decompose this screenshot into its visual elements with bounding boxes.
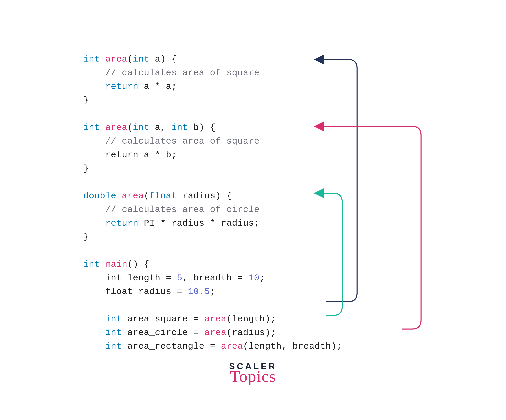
keyword-int-2: int xyxy=(83,123,105,133)
fn-name-area-2: area xyxy=(105,123,127,133)
fn2-close: } xyxy=(83,163,89,174)
fn3-return: return PI * radius * radius; xyxy=(83,218,260,228)
brand-logo: SCALER Topics xyxy=(208,361,298,386)
fn3-close: } xyxy=(83,232,89,242)
fn2-sig-rest: (int a, int b) { xyxy=(127,123,215,133)
main-call3: int area_rectangle = area(length, breadt… xyxy=(83,341,342,351)
fn1-comment: // calculates area of square xyxy=(83,68,260,78)
fn1-return: return a * a; xyxy=(83,81,177,91)
fn3-comment: // calculates area of circle xyxy=(83,205,260,215)
main-call2: int area_circle = area(radius); xyxy=(83,328,276,338)
main-call1: int area_square = area(length); xyxy=(83,314,276,324)
logo-topics-text: Topics xyxy=(208,367,298,386)
fn1-close: } xyxy=(83,95,89,105)
fn-name-area-1: area xyxy=(105,54,127,64)
fn2-return: return a * b; xyxy=(83,150,177,160)
fn3-sig-rest: (float radius) { xyxy=(144,191,232,201)
keyword-int: int xyxy=(83,54,105,64)
fn1-sig-rest: (int a) { xyxy=(127,54,177,64)
main-decl2: float radius = 10.5; xyxy=(83,287,215,297)
main-decl1: int length = 5, breadth = 10; xyxy=(83,273,265,283)
code-block: int area(int a) { // calculates area of … xyxy=(83,39,342,353)
fn-name-area-3: area xyxy=(122,191,144,201)
fn2-comment: // calculates area of square xyxy=(83,136,260,146)
keyword-double: double xyxy=(83,191,122,201)
main-sig: int main() { xyxy=(83,259,149,269)
